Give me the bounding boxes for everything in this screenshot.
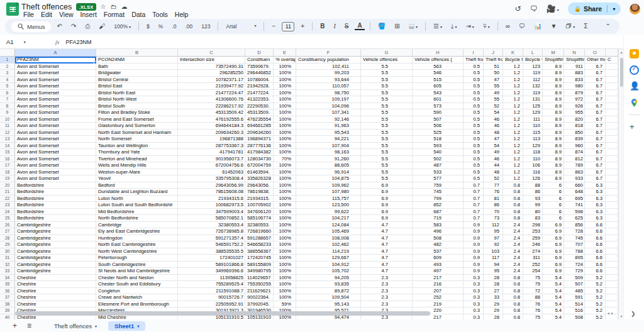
cell-N7[interactable]: 972 [564, 96, 585, 103]
column-header-J[interactable]: J [484, 49, 503, 56]
cell-E3[interactable]: 100% [274, 70, 296, 77]
cell-N15[interactable]: 874 [564, 149, 585, 156]
get-addons-button[interactable]: + [630, 122, 635, 131]
cell-B19[interactable]: Yeovil [96, 175, 178, 182]
cell-K25[interactable]: 0.8 [503, 215, 523, 222]
scroll-right-icon[interactable]: ▸ [611, 311, 613, 315]
cell-G38[interactable]: 2.3 [361, 301, 413, 308]
cell-M18[interactable]: 8.9 [543, 169, 564, 176]
cell-K35[interactable]: 0.8 [503, 281, 523, 288]
menu-edit[interactable]: Edit [38, 11, 55, 18]
cell-N27[interactable]: 728 [564, 228, 585, 235]
cell-N12[interactable]: 850 [564, 130, 585, 136]
cell-C33[interactable]: 349969396.6 [178, 268, 245, 275]
cell-I21[interactable]: 0.7 [464, 189, 484, 196]
formula-input[interactable]: PFA23NM [66, 39, 92, 45]
cell-M16[interactable]: 8.9 [543, 156, 564, 163]
cell-N20[interactable]: 660 [564, 182, 585, 189]
cloud-status-icon[interactable]: ☁ [121, 4, 128, 10]
cell-C3[interactable]: 296285250 [178, 70, 245, 77]
account-avatar[interactable] [630, 4, 640, 14]
cell-F32[interactable]: 104,912 [296, 262, 361, 268]
cell-F10[interactable]: 92,146 [296, 116, 361, 123]
cell-B27[interactable]: Ely and East Cambridgeshire [96, 228, 178, 235]
cell-K19[interactable]: 1.2 [503, 175, 523, 182]
row-header-14[interactable]: 14 [0, 143, 15, 150]
cell-G18[interactable]: 5.5 [361, 169, 413, 176]
row-header-10[interactable]: 10 [0, 116, 15, 123]
cell-A2[interactable]: Avon and Somerset [15, 64, 96, 70]
cell-N11[interactable]: 818 [564, 123, 585, 130]
cell-B28[interactable]: Huntingdon [96, 235, 178, 242]
column-header-M[interactable]: M [543, 49, 564, 56]
cell-F3[interactable]: 99,203 [296, 70, 361, 77]
cell-D36[interactable]: 211629621 [245, 288, 274, 295]
cell-D9[interactable]: 45313509. [245, 109, 274, 116]
cell-N18[interactable]: 863 [564, 169, 585, 176]
cell-F14[interactable]: 107,904 [296, 143, 361, 150]
cell-G2[interactable]: 5.5 [361, 64, 413, 70]
cell-H22[interactable]: 799 [413, 196, 464, 202]
cell-B33[interactable]: St Neots and Mid Cambridgeshire [96, 268, 178, 275]
cell-B32[interactable]: South Cambridgeshire [96, 262, 178, 268]
decrease-decimal-button[interactable]: .0 [169, 24, 179, 30]
cell-J38[interactable]: 29 [484, 301, 503, 308]
cell-B17[interactable]: Wells and Mendip Hills [96, 162, 178, 169]
insert-link-button[interactable]: ∞ [503, 23, 513, 30]
cell-M1[interactable]: Shopliftin [543, 57, 564, 64]
cell-K17[interactable]: 1.2 [503, 162, 523, 169]
cell-O7[interactable]: 6.7 [585, 96, 606, 103]
cell-O6[interactable]: 6.7 [585, 90, 606, 97]
cell-D37[interactable]: 90022364. [245, 294, 274, 301]
cell-N30[interactable]: 788 [564, 248, 585, 255]
maps-icon[interactable] [630, 98, 639, 108]
cell-O16[interactable]: 6.7 [585, 156, 606, 163]
cell-L25[interactable]: 83 [523, 215, 543, 222]
cell-L35[interactable]: 75 [523, 281, 543, 288]
cell-B18[interactable]: Weston-super-Mare [96, 169, 178, 176]
cell-B24[interactable]: Mid Bedfordshire [96, 209, 178, 216]
cell-B37[interactable]: Crewe and Nantwich [96, 294, 178, 301]
cell-C24[interactable]: 347599003.4 [178, 209, 245, 216]
cell-F37[interactable]: 109,504 [296, 294, 361, 301]
cell-D33[interactable]: 349980795 [245, 268, 274, 275]
cell-K39[interactable]: 0.8 [503, 307, 523, 314]
vertical-scrollbar-track[interactable]: ▲ ▼ [618, 49, 623, 319]
cell-M27[interactable]: 6.9 [543, 228, 564, 235]
cell-H28[interactable]: 508 [413, 235, 464, 242]
cell-D23[interactable]: 100705902 [245, 202, 274, 209]
cell-G32[interactable]: 4.7 [361, 262, 413, 268]
cell-C6[interactable]: 21477224.47 [178, 90, 245, 97]
cell-B14[interactable]: Taunton and Wellington [96, 143, 178, 150]
cell-P7[interactable] [606, 96, 618, 103]
cell-O5[interactable]: 6.7 [585, 83, 606, 90]
row-header-4[interactable]: 4 [0, 77, 15, 84]
row-header-39[interactable]: 39 [0, 307, 15, 314]
cell-G3[interactable]: 5.5 [361, 70, 413, 77]
cell-I31[interactable]: 0.9 [464, 255, 484, 262]
cell-I16[interactable]: 0.5 [464, 156, 484, 163]
cell-P2[interactable] [606, 64, 618, 70]
print-button[interactable]: ⎙ [82, 23, 92, 30]
undo-button[interactable]: ↶ [55, 23, 65, 30]
cell-M3[interactable]: 8.9 [543, 70, 564, 77]
cell-F13[interactable]: 94,221 [296, 136, 361, 143]
cell-H35[interactable]: 216 [413, 281, 464, 288]
cell-L13[interactable]: 113 [523, 136, 543, 143]
cell-I20[interactable]: 0.7 [464, 182, 484, 189]
cell-H17[interactable]: 487 [413, 162, 464, 169]
cell-A18[interactable]: Avon and Somerset [15, 169, 96, 176]
cell-A15[interactable]: Avon and Somerset [15, 149, 96, 156]
cell-P9[interactable] [606, 109, 618, 116]
cell-F19[interactable]: 104,875 [296, 175, 361, 182]
cell-O15[interactable]: 6.7 [585, 149, 606, 156]
cell-O21[interactable]: 6.3 [585, 189, 606, 196]
cell-H11[interactable]: 506 [413, 123, 464, 130]
format-percent-button[interactable]: % [156, 24, 166, 30]
cell-O29[interactable]: 6.6 [585, 241, 606, 248]
cell-C7[interactable]: 41306600.76 [178, 96, 245, 103]
cell-C28[interactable]: 591271357.4 [178, 235, 245, 242]
cell-F1[interactable]: Constituency population [296, 57, 361, 64]
menu-file[interactable]: File [20, 11, 37, 18]
cell-C31[interactable]: 172401027 [178, 255, 245, 262]
